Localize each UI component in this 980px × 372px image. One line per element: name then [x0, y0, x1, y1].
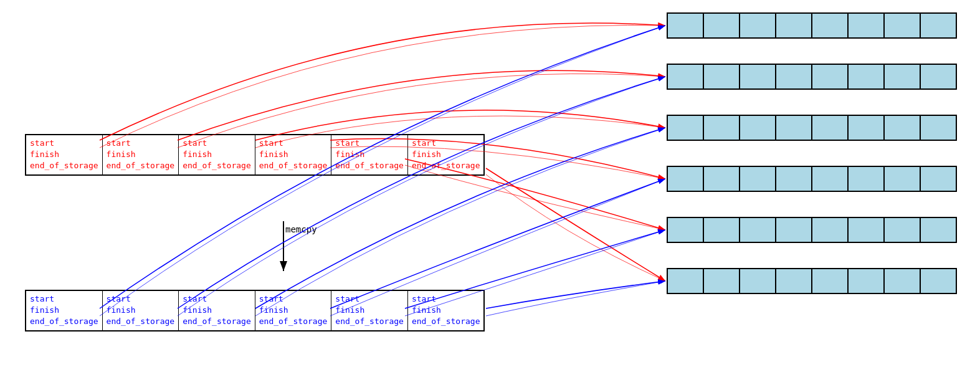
mem-1-2 [739, 64, 776, 90]
blue-arrow-5-0 [486, 281, 665, 308]
memory-row-3 [667, 166, 956, 192]
mem-2-1 [703, 115, 740, 141]
bottom-cell-2: startfinishend_of_storage [179, 291, 255, 330]
memory-row-2 [667, 115, 956, 141]
mem-4-1 [703, 217, 740, 243]
mem-4-6 [883, 217, 921, 243]
mem-3-7 [920, 166, 957, 192]
top-cell-2: startfinishend_of_storage [179, 135, 255, 174]
mem-0-0 [667, 12, 704, 39]
top-cell-3: startfinishend_of_storage [255, 135, 332, 174]
mem-3-0 [667, 166, 704, 192]
mem-4-2 [739, 217, 776, 243]
mem-4-5 [847, 217, 885, 243]
bottom-cell-0: startfinishend_of_storage [26, 291, 103, 330]
memory-row-4 [667, 217, 956, 243]
mem-2-3 [775, 115, 812, 141]
mem-5-6 [883, 268, 921, 294]
mem-1-1 [703, 64, 740, 90]
blue-finish-5 [486, 281, 665, 316]
mem-4-4 [811, 217, 849, 243]
mem-0-5 [847, 12, 885, 39]
red-arrow-5-0 [486, 168, 665, 281]
mem-2-4 [811, 115, 849, 141]
mem-0-7 [920, 12, 957, 39]
top-cell-4: startfinishend_of_storage [331, 135, 408, 174]
bottom-struct: startfinishend_of_storage startfinishend… [25, 290, 485, 331]
mem-5-1 [703, 268, 740, 294]
mem-0-3 [775, 12, 812, 39]
bottom-cell-4: startfinishend_of_storage [331, 291, 408, 330]
blue-arrow-3-0 [330, 179, 665, 308]
memory-row-0 [667, 12, 956, 39]
mem-3-5 [847, 166, 885, 192]
mem-0-1 [703, 12, 740, 39]
top-cell-5: startfinishend_of_storage [408, 135, 484, 174]
mem-5-2 [739, 268, 776, 294]
mem-3-4 [811, 166, 849, 192]
mem-0-2 [739, 12, 776, 39]
red-arrow-0-0 [100, 23, 665, 140]
mem-1-5 [847, 64, 885, 90]
red-arrow-1-0 [178, 70, 665, 140]
blue-arrow-1-0 [178, 77, 665, 308]
mem-2-6 [883, 115, 921, 141]
mem-5-5 [847, 268, 885, 294]
mem-2-7 [920, 115, 957, 141]
mem-4-7 [920, 217, 957, 243]
mem-1-4 [811, 64, 849, 90]
memory-row-5 [667, 268, 956, 294]
mem-0-4 [811, 12, 849, 39]
blue-finish-1 [178, 77, 665, 316]
bottom-cell-3: startfinishend_of_storage [255, 291, 332, 330]
mem-3-3 [775, 166, 812, 192]
mem-2-0 [667, 115, 704, 141]
bottom-cell-5: startfinishend_of_storage [408, 291, 484, 330]
top-struct: startfinishend_of_storage startfinishend… [25, 134, 485, 176]
mem-5-7 [920, 268, 957, 294]
top-cell-0: startfinishend_of_storage [26, 135, 103, 174]
mem-3-6 [883, 166, 921, 192]
mem-1-0 [667, 64, 704, 90]
mem-5-3 [775, 268, 812, 294]
red-finish-5 [486, 174, 665, 281]
red-finish-0 [100, 25, 665, 148]
mem-4-3 [775, 217, 812, 243]
bottom-cell-1: startfinishend_of_storage [103, 291, 179, 330]
mem-1-7 [920, 64, 957, 90]
mem-5-0 [667, 268, 704, 294]
mem-5-4 [811, 268, 849, 294]
mem-3-1 [703, 166, 740, 192]
mem-1-6 [883, 64, 921, 90]
memcpy-label: memcpy [285, 224, 317, 234]
memory-row-1 [667, 64, 956, 90]
mem-4-0 [667, 217, 704, 243]
mem-1-3 [775, 64, 812, 90]
mem-0-6 [883, 12, 921, 39]
top-cell-1: startfinishend_of_storage [103, 135, 179, 174]
mem-3-2 [739, 166, 776, 192]
mem-2-2 [739, 115, 776, 141]
mem-2-5 [847, 115, 885, 141]
